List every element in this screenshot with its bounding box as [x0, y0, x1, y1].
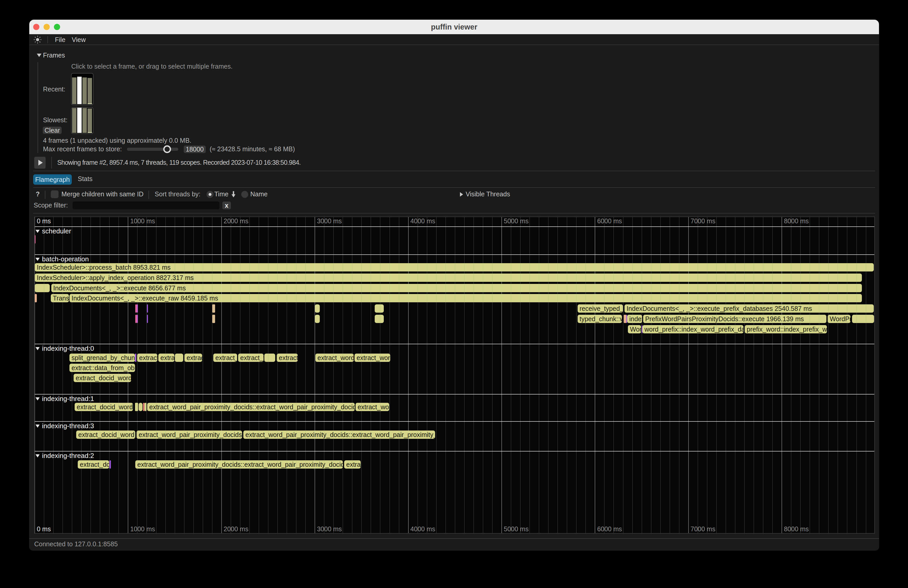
scope-bar[interactable]: extract_word_pair_proximity_docids::extr…: [135, 460, 343, 469]
max-frames-value[interactable]: 18000: [184, 146, 206, 153]
gridline-overlay: [847, 217, 847, 533]
thread-name[interactable]: indexing-thread:2: [42, 452, 94, 459]
play-button[interactable]: [34, 157, 46, 169]
gridline-overlay: [782, 217, 782, 533]
recent-frame-bar[interactable]: [88, 78, 92, 104]
scope-bar[interactable]: [624, 315, 626, 323]
scope-bar[interactable]: [138, 403, 143, 411]
scope-bar[interactable]: extract_word_position_docids: [238, 353, 264, 362]
scope-bar[interactable]: [264, 353, 275, 362]
scope-bar[interactable]: [315, 315, 320, 323]
scope-bar[interactable]: WordPrefixDocids::execute: [628, 325, 641, 333]
scope-bar[interactable]: extract_word_position_docids: [356, 403, 389, 411]
scope-bar[interactable]: extract_word_pair_proximity_docids: [137, 431, 242, 439]
slowest-frame-bar[interactable]: [72, 108, 76, 133]
frames-collapse-arrow-icon[interactable]: [37, 54, 42, 57]
max-frames-label: Max recent frames to store:: [43, 146, 122, 153]
thread-collapse-arrow-icon[interactable]: [35, 230, 40, 233]
thread-name[interactable]: indexing-thread:1: [42, 395, 94, 402]
theme-sun-icon[interactable]: [34, 36, 42, 43]
frames-header[interactable]: Frames: [43, 52, 65, 59]
max-frames-slider-knob[interactable]: [163, 145, 171, 153]
scope-bar[interactable]: extract::data_from_obkv_documents: [69, 364, 135, 372]
scope-bar[interactable]: extract_word_docids: [277, 353, 298, 362]
scope-bar[interactable]: extract_docid_word_positions: [75, 403, 133, 411]
scope-bar[interactable]: [175, 353, 183, 362]
scope-bar[interactable]: extract_word_docids: [213, 353, 237, 362]
scope-bar[interactable]: index_word_docids: [627, 315, 642, 323]
scope-bar[interactable]: [852, 315, 874, 323]
thread-collapse-arrow-icon[interactable]: [35, 347, 40, 350]
scope-label: IndexDocuments<_, _>::execute_raw 8459.1…: [69, 294, 862, 302]
slowest-frame-bar[interactable]: [82, 108, 87, 133]
scope-bar[interactable]: [135, 353, 136, 362]
help-button[interactable]: ?: [36, 191, 40, 198]
clear-filter-button[interactable]: x: [222, 201, 231, 209]
scope-bar[interactable]: split_grenad_by_chunks: [69, 353, 135, 362]
desktop: puffin viewer File View Frames Click to …: [0, 0, 908, 588]
scope-bar[interactable]: extract_word_docids: [137, 353, 157, 362]
sort-name-label[interactable]: Name: [250, 191, 268, 198]
scope-bar[interactable]: [315, 304, 320, 313]
ruler-label-top: 3000 ms: [317, 218, 342, 225]
sort-descending-arrow-icon[interactable]: [231, 191, 236, 198]
scope-bar[interactable]: extract_word_position_docids: [158, 353, 174, 362]
scope-bar[interactable]: [212, 304, 215, 313]
scope-bar[interactable]: [145, 403, 147, 411]
scope-bar[interactable]: extract_word_pair_proximity_docids::extr…: [147, 403, 355, 411]
merge-children-checkbox[interactable]: [51, 190, 59, 198]
scope-bar[interactable]: extract_docid_word_positions: [74, 374, 131, 382]
visible-threads-arrow-icon[interactable]: [460, 192, 463, 197]
scope-bar[interactable]: extract_word_pair_proximity_docids::extr…: [243, 431, 435, 439]
merge-children-label[interactable]: Merge children with same ID: [61, 191, 143, 198]
scope-bar[interactable]: word_prefix::index_word_prefix_database: [642, 325, 744, 333]
separator-below-tabs: [33, 187, 875, 188]
scope-bar[interactable]: prefix_word::index_prefix_word_database: [745, 325, 827, 333]
ruler-label-bottom: 5000 ms: [504, 525, 529, 533]
scope-bar[interactable]: IndexScheduler>::process_batch 8953.821 …: [35, 263, 874, 272]
visible-threads-header[interactable]: Visible Threads: [466, 191, 510, 198]
flamegraph-canvas[interactable]: IndexScheduler>::process_batch 8953.821 …: [34, 217, 875, 533]
gridline-overlay: [651, 217, 652, 533]
tab-stats[interactable]: Stats: [78, 175, 92, 182]
scope-bar[interactable]: typed_chunk::write_typed_chunk_into_inde…: [578, 315, 622, 323]
scope-bar[interactable]: extract_docid_word_positions: [76, 431, 135, 439]
thread-collapse-arrow-icon[interactable]: [35, 454, 40, 458]
scope-bar[interactable]: [375, 304, 384, 313]
thread-name[interactable]: batch-operation: [42, 255, 89, 262]
clear-button[interactable]: Clear: [43, 127, 62, 134]
recent-frame-bar-tip: [88, 103, 92, 104]
scope-bar[interactable]: extract_word_docids: [316, 353, 354, 362]
scope-bar[interactable]: receive_typed_chunk: [578, 304, 623, 313]
scope-bar[interactable]: [35, 284, 50, 292]
thread-name[interactable]: indexing-thread:0: [42, 345, 94, 352]
scope-bar[interactable]: IndexDocuments<_, _>::execute_prefix_dat…: [625, 304, 874, 313]
menu-view[interactable]: View: [72, 36, 86, 43]
tab-flamegraph[interactable]: Flamegraph: [33, 174, 72, 185]
thread-collapse-arrow-icon[interactable]: [35, 397, 40, 400]
scope-filter-input[interactable]: [72, 201, 219, 209]
menu-file[interactable]: File: [55, 36, 65, 43]
scope-bar[interactable]: IndexDocuments<_, _>::execute 8656.677 m…: [51, 284, 862, 292]
scope-bar[interactable]: [375, 315, 384, 323]
scope-bar[interactable]: [212, 315, 215, 323]
thread-collapse-arrow-icon[interactable]: [35, 258, 40, 261]
thread-name[interactable]: scheduler: [42, 228, 71, 235]
sort-name-radio[interactable]: [241, 191, 248, 198]
recent-frame-bar[interactable]: [77, 77, 82, 104]
thread-collapse-arrow-icon[interactable]: [35, 424, 40, 428]
thread-name[interactable]: indexing-thread:3: [42, 423, 94, 429]
sort-time-label[interactable]: Time: [214, 191, 229, 198]
recent-frames-thumbnail[interactable]: [71, 73, 93, 105]
slowest-frame-bar[interactable]: [77, 108, 82, 133]
scope-bar[interactable]: IndexDocuments<_, _>::execute_raw 8459.1…: [69, 294, 862, 302]
recent-frame-bar[interactable]: [82, 77, 87, 104]
recent-frame-bar[interactable]: [72, 77, 76, 104]
gridline-overlay: [548, 217, 549, 533]
scope-bar[interactable]: IndexScheduler>::apply_index_operation 8…: [35, 273, 862, 282]
slowest-frame-bar[interactable]: [88, 109, 92, 133]
scope-bar[interactable]: extract_docid_word_positions: [78, 460, 109, 469]
sort-time-radio[interactable]: [206, 191, 214, 198]
slowest-frames-thumbnail[interactable]: [71, 107, 93, 134]
scope-bar[interactable]: extract_word_position_docids: [354, 353, 390, 362]
